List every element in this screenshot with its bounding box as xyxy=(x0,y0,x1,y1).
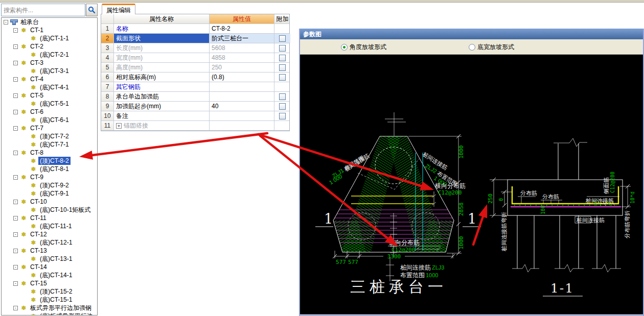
tree-item[interactable]: - CT-2 xyxy=(2,42,97,51)
component-icon xyxy=(20,75,27,83)
expand-toggle[interactable]: - xyxy=(13,110,18,114)
tree-item[interactable]: (底)CT-3-1 xyxy=(2,67,97,75)
expand-toggle[interactable]: - xyxy=(4,20,8,25)
property-row[interactable]: 5 高度(mm) 250 xyxy=(101,63,289,72)
property-value[interactable]: (0.8) xyxy=(210,72,274,82)
tree-item[interactable]: (顶)CT-8-2 xyxy=(2,157,97,165)
property-value[interactable] xyxy=(210,111,274,120)
expand-toggle[interactable]: - xyxy=(13,151,18,155)
tree-item[interactable]: - CT-6 xyxy=(2,108,97,116)
tree-item[interactable]: (底)CT-2-1 xyxy=(2,51,97,59)
tree-item[interactable]: - CT-15 xyxy=(2,279,97,287)
tree-item[interactable]: - CT-3 xyxy=(2,59,97,67)
checkbox[interactable] xyxy=(279,45,286,52)
expand-plus[interactable]: + xyxy=(116,123,122,129)
expand-toggle[interactable]: - xyxy=(13,93,18,98)
property-row[interactable]: 3 长度(mm) 5608 xyxy=(101,43,289,53)
expand-toggle[interactable]: - xyxy=(13,265,18,270)
tree-item[interactable]: (底)CT-5-1 xyxy=(2,100,97,108)
checkbox[interactable] xyxy=(279,64,286,71)
zhujian-bend-label: 桩间连接筋弯折 xyxy=(501,212,507,252)
property-value[interactable]: 40 xyxy=(210,102,274,111)
property-row[interactable]: 8 承台单边加强筋 xyxy=(101,92,289,102)
tree-item[interactable]: (底)CT-9-1 xyxy=(2,189,97,198)
checkbox[interactable] xyxy=(279,113,286,119)
expand-toggle[interactable]: - xyxy=(13,77,18,82)
zhujian-label-bottom: 桩间连接筋 xyxy=(576,217,605,223)
property-value[interactable] xyxy=(210,92,274,101)
property-row[interactable]: 11 + 锚固搭接 xyxy=(101,121,289,131)
search-button[interactable] xyxy=(86,4,98,16)
property-row[interactable]: 7 其它钢筋 xyxy=(101,82,289,92)
param-panel-titlebar[interactable]: 参数图 xyxy=(300,29,643,39)
cad-canvas[interactable]: 1000 2858 1000 3300 57 xyxy=(300,55,643,314)
component-icon xyxy=(20,149,27,157)
tree-item[interactable]: - CT-4 xyxy=(2,75,97,83)
tree-item[interactable]: - CT-1 xyxy=(2,26,97,34)
radio-angle-slope[interactable]: 角度放坡形式 xyxy=(341,43,386,52)
tree-item[interactable]: - CT-8 xyxy=(2,149,97,157)
tree-item[interactable]: - CT-7 xyxy=(2,124,97,132)
expand-toggle[interactable]: - xyxy=(13,232,18,237)
expand-toggle[interactable]: - xyxy=(13,249,18,253)
property-value[interactable] xyxy=(210,121,274,130)
property-row[interactable]: 1 名称 CT-8-2 xyxy=(101,24,289,34)
checkbox[interactable] xyxy=(279,103,286,110)
tree-item[interactable]: - CT-14 xyxy=(2,263,97,271)
checkbox[interactable] xyxy=(279,74,286,81)
tree-item[interactable]: (顶)CT-15-2 xyxy=(2,287,97,296)
tree-item[interactable]: (底)CT-13-1 xyxy=(2,255,97,263)
tree-item[interactable]: - CT-9 xyxy=(2,173,97,181)
tree-item[interactable]: - 桩承台 xyxy=(2,18,97,26)
component-icon xyxy=(30,181,37,189)
tree-item[interactable]: - CT-13 xyxy=(2,247,97,255)
tree-item[interactable]: (底)CT-6-1 xyxy=(2,116,97,124)
search-input[interactable] xyxy=(1,4,85,16)
property-value[interactable]: 5608 xyxy=(210,43,274,53)
tree-item[interactable]: (底)CT-1-1 xyxy=(2,34,97,42)
tree-item[interactable]: (底)CT-8-1 xyxy=(2,165,97,173)
tree-item[interactable]: (底)CT-15-1 xyxy=(2,296,97,304)
tree-item[interactable]: (底)CT-4-1 xyxy=(2,83,97,91)
radio-bottom-width-slope[interactable]: 底宽放坡形式 xyxy=(469,43,514,52)
tree-item[interactable]: - CT-12 xyxy=(2,230,97,238)
expand-toggle[interactable]: - xyxy=(13,216,18,221)
tree-item[interactable]: - 板式异形平行边加强钢 xyxy=(2,304,97,312)
property-row[interactable]: 10 备注 xyxy=(101,111,289,121)
tree-item[interactable]: (底)CT-7-1 xyxy=(2,140,97,149)
expand-toggle[interactable]: - xyxy=(13,44,18,49)
tab-property-edit[interactable]: 属性编辑 xyxy=(102,4,135,14)
property-name: 名称 xyxy=(114,24,210,33)
tree-item[interactable]: (底)CT-12-1 xyxy=(2,238,97,247)
property-row[interactable]: 9 加强筋起步(mm) 40 xyxy=(101,102,289,111)
property-row[interactable]: 2 截面形状 阶式三桩台一 xyxy=(101,34,289,43)
component-icon xyxy=(30,51,37,59)
tree-item[interactable]: (顶)CT-7-2 xyxy=(2,132,97,140)
checkbox[interactable] xyxy=(279,93,286,100)
property-row[interactable]: 4 宽度(mm) 4858 xyxy=(101,53,289,63)
expand-toggle[interactable]: - xyxy=(13,126,18,131)
property-value[interactable]: 阶式三桩台一 xyxy=(210,34,274,43)
property-value[interactable]: CT-8-2 xyxy=(210,24,274,33)
tree-item[interactable]: - CT-5 xyxy=(2,91,97,100)
expand-toggle[interactable]: - xyxy=(13,281,18,286)
extra-cell xyxy=(274,82,290,91)
tree-item[interactable]: - CT-11 xyxy=(2,214,97,222)
tree-item[interactable]: (底)CT-14-1 xyxy=(2,271,97,279)
expand-toggle[interactable]: - xyxy=(13,306,18,310)
tree-item[interactable]: (底)板式异形平行边 xyxy=(2,312,97,315)
property-value[interactable] xyxy=(210,82,274,91)
expand-toggle[interactable]: - xyxy=(13,200,18,204)
property-value[interactable]: 4858 xyxy=(210,53,274,62)
expand-toggle[interactable]: - xyxy=(13,175,18,180)
property-value[interactable]: 250 xyxy=(210,63,274,72)
checkbox[interactable] xyxy=(279,55,286,61)
property-row[interactable]: 6 相对底标高(m) (0.8) xyxy=(101,72,289,82)
expand-toggle[interactable]: - xyxy=(13,28,18,33)
expand-toggle[interactable]: - xyxy=(13,61,18,65)
checkbox[interactable] xyxy=(279,35,286,42)
tree-item[interactable]: (底)CT-10-1矩板式 xyxy=(2,206,97,214)
tree-item[interactable]: (顶)CT-9-2 xyxy=(2,181,97,189)
tree-item[interactable]: - CT-10 xyxy=(2,198,97,206)
tree-item[interactable]: (底)CT-11-1 xyxy=(2,222,97,230)
